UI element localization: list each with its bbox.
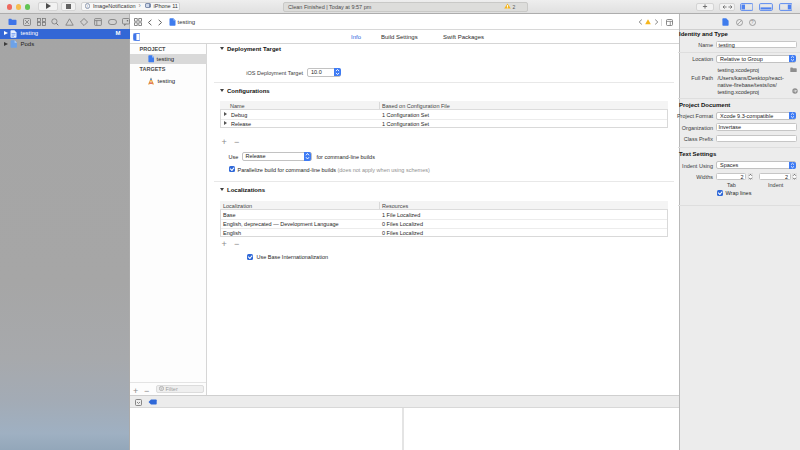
svg-text:?: ?	[751, 20, 754, 25]
